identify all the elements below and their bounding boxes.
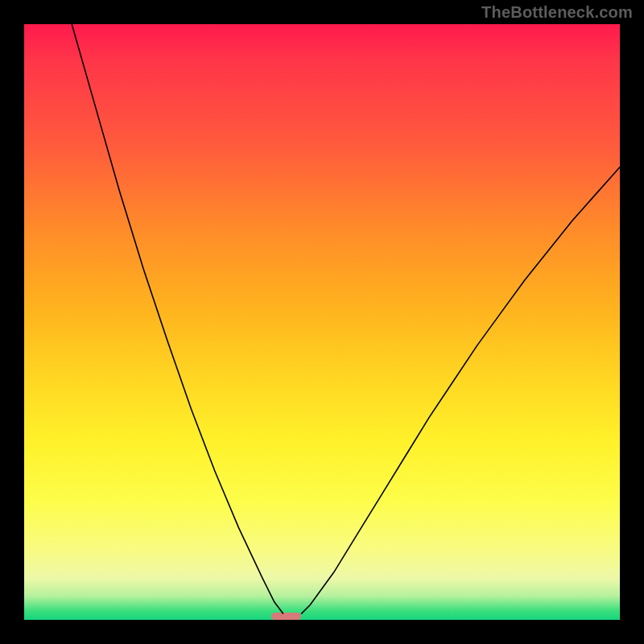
minimum-marker <box>271 613 301 620</box>
watermark-text: TheBottleneck.com <box>481 3 633 22</box>
heat-gradient-background <box>24 24 620 620</box>
plot-area <box>24 24 620 620</box>
chart-frame: TheBottleneck.com <box>0 0 644 644</box>
